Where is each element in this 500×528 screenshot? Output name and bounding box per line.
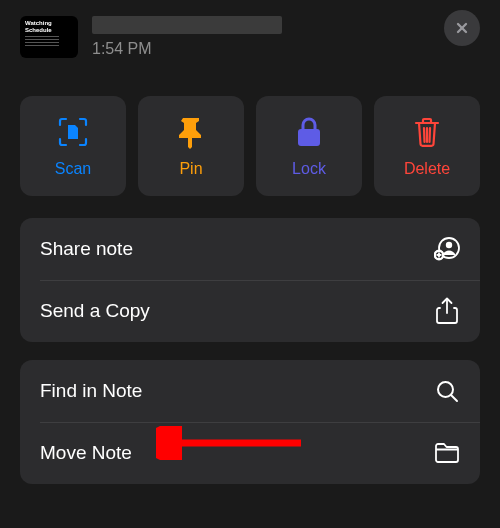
pin-button[interactable]: Pin [138, 96, 244, 196]
svg-line-3 [424, 128, 425, 142]
pin-label: Pin [179, 160, 202, 178]
redacted-title [92, 16, 282, 34]
scan-button[interactable]: Scan [20, 96, 126, 196]
share-note-row[interactable]: Share note [20, 218, 480, 280]
move-note-row[interactable]: Move Note [20, 422, 480, 484]
search-icon [434, 378, 460, 404]
svg-point-7 [446, 242, 452, 248]
menu-group-2: Find in Note Move Note [20, 360, 480, 484]
delete-button[interactable]: Delete [374, 96, 480, 196]
lock-label: Lock [292, 160, 326, 178]
lock-icon [295, 116, 323, 148]
trash-icon [413, 116, 441, 148]
send-copy-row[interactable]: Send a Copy [20, 280, 480, 342]
folder-icon [434, 440, 460, 466]
send-copy-label: Send a Copy [40, 300, 150, 322]
pin-icon [176, 115, 206, 149]
share-note-label: Share note [40, 238, 133, 260]
close-icon [454, 20, 470, 36]
note-thumbnail: Watching Schedule [20, 16, 78, 58]
action-sheet: Watching Schedule 1:54 PM Scan [0, 0, 500, 528]
find-in-note-row[interactable]: Find in Note [20, 360, 480, 422]
title-block: 1:54 PM [92, 16, 480, 58]
action-tiles: Scan Pin Lock [20, 96, 480, 196]
find-in-note-label: Find in Note [40, 380, 142, 402]
header: Watching Schedule 1:54 PM [20, 10, 480, 58]
lock-button[interactable]: Lock [256, 96, 362, 196]
thumbnail-title: Watching Schedule [25, 20, 73, 34]
svg-rect-2 [298, 129, 320, 146]
share-up-icon [434, 298, 460, 324]
svg-line-5 [430, 128, 431, 142]
close-button[interactable] [444, 10, 480, 46]
svg-line-13 [451, 395, 457, 401]
menu-group-1: Share note Send a Copy [20, 218, 480, 342]
timestamp: 1:54 PM [92, 40, 480, 58]
scan-label: Scan [55, 160, 91, 178]
delete-label: Delete [404, 160, 450, 178]
move-note-label: Move Note [40, 442, 132, 464]
scan-icon [57, 116, 89, 148]
share-person-icon [434, 236, 460, 262]
